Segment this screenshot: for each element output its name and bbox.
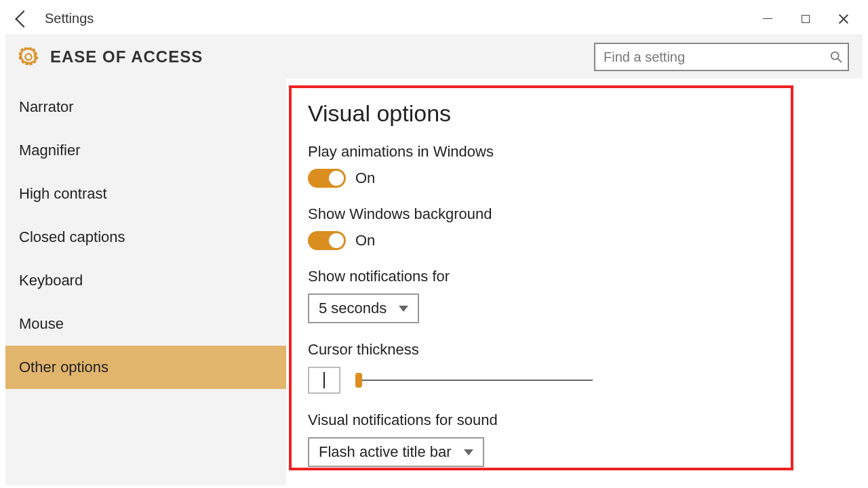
maximize-icon (802, 15, 810, 23)
sidebar-item-label: Other options (19, 359, 108, 376)
setting-label: Cursor thickness (308, 341, 774, 359)
titlebar: Settings (5, 3, 863, 35)
cursor-row (308, 367, 774, 394)
back-arrow-icon (15, 10, 32, 27)
window-title: Settings (45, 11, 94, 26)
section-title: Visual options (308, 100, 774, 127)
setting-label: Visual notifications for sound (308, 411, 774, 429)
search-wrap (594, 43, 849, 71)
visual-notifications-sound-select[interactable]: Flash active title bar (308, 437, 484, 467)
chevron-down-icon (464, 449, 473, 455)
cursor-preview (308, 367, 340, 394)
sidebar-item-label: High contrast (19, 185, 107, 203)
settings-window: Settings EASE OF ACCESS Narrator Magnifi… (5, 3, 863, 485)
sidebar-item-keyboard[interactable]: Keyboard (5, 259, 286, 302)
toggle-state-label: On (355, 232, 375, 249)
minimize-button[interactable] (749, 3, 787, 35)
sidebar-item-other-options[interactable]: Other options (5, 346, 286, 389)
sidebar-item-high-contrast[interactable]: High contrast (5, 172, 286, 216)
sidebar: Narrator Magnifier High contrast Closed … (5, 79, 286, 485)
select-value: Flash active title bar (319, 443, 452, 461)
sidebar-item-closed-captions[interactable]: Closed captions (5, 216, 286, 259)
toggle-row: On (308, 169, 774, 188)
sidebar-item-mouse[interactable]: Mouse (5, 302, 286, 346)
window-controls (749, 3, 863, 35)
setting-visual-notifications-sound: Visual notifications for sound Flash act… (308, 411, 774, 467)
play-animations-toggle[interactable] (308, 169, 346, 188)
toggle-state-label: On (355, 169, 375, 187)
setting-show-notifications: Show notifications for 5 seconds (308, 268, 774, 323)
show-notifications-select[interactable]: 5 seconds (308, 293, 419, 323)
highlight-box: Visual options Play animations in Window… (289, 85, 793, 470)
toggle-row: On (308, 231, 774, 250)
sidebar-item-magnifier[interactable]: Magnifier (5, 129, 286, 172)
caret-icon (323, 372, 325, 388)
chevron-down-icon (399, 306, 408, 312)
sidebar-item-label: Mouse (19, 315, 64, 333)
body: Narrator Magnifier High contrast Closed … (5, 79, 863, 485)
header-title: EASE OF ACCESS (50, 47, 203, 66)
slider-thumb[interactable] (355, 373, 362, 388)
close-icon (838, 14, 849, 24)
sidebar-item-label: Magnifier (19, 142, 80, 159)
maximize-button[interactable] (787, 3, 825, 35)
select-value: 5 seconds (319, 300, 387, 317)
setting-show-background: Show Windows background On (308, 205, 774, 250)
cursor-thickness-slider[interactable] (355, 370, 593, 390)
setting-play-animations: Play animations in Windows On (308, 143, 774, 188)
minimize-icon (763, 18, 772, 19)
setting-label: Play animations in Windows (308, 143, 774, 161)
toggle-knob (329, 171, 344, 186)
sidebar-item-label: Narrator (19, 98, 74, 116)
gear-icon (19, 47, 38, 66)
setting-label: Show Windows background (308, 205, 774, 223)
show-background-toggle[interactable] (308, 231, 346, 250)
sidebar-item-label: Closed captions (19, 228, 125, 246)
slider-track (355, 380, 593, 381)
setting-label: Show notifications for (308, 268, 774, 285)
sidebar-item-label: Keyboard (19, 272, 83, 289)
main-panel: Visual options Play animations in Window… (286, 79, 863, 485)
close-button[interactable] (825, 3, 863, 35)
header: EASE OF ACCESS (5, 35, 863, 79)
search-input[interactable] (594, 43, 849, 71)
setting-cursor-thickness: Cursor thickness (308, 341, 774, 394)
toggle-knob (329, 233, 344, 248)
sidebar-item-narrator[interactable]: Narrator (5, 85, 286, 129)
back-button[interactable] (5, 3, 38, 35)
